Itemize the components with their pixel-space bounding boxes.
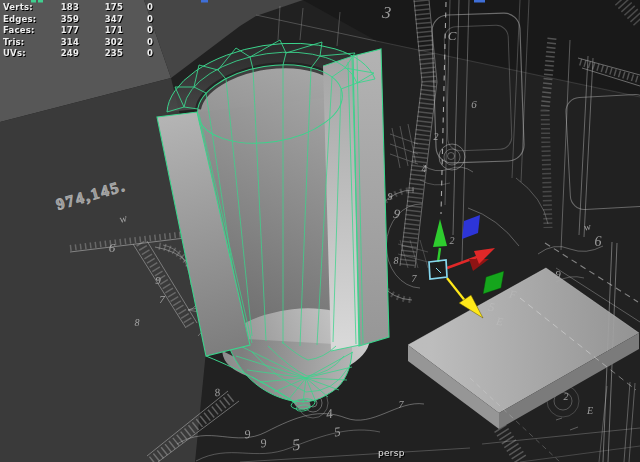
hud-row: Verts:1831750 <box>3 2 163 14</box>
hud-label: Verts: <box>3 2 45 14</box>
hud-row: Edges:3593470 <box>3 14 163 26</box>
hud-row: UVs:2492350 <box>3 48 163 60</box>
hud-value: 249 <box>45 48 79 60</box>
hud-value: 175 <box>79 2 123 14</box>
hud-row: Faces:1771710 <box>3 25 163 37</box>
patent-annotation: 9 <box>155 274 161 286</box>
hud-value: 347 <box>79 14 123 26</box>
hud-value: 0 <box>123 25 153 37</box>
camera-label: persp <box>378 448 405 458</box>
patent-annotation: 7 <box>159 293 165 305</box>
patent-annotation: 9 <box>388 191 393 202</box>
patent-annotation: 6 <box>109 240 116 255</box>
patent-annotation: 6 <box>595 234 602 249</box>
hud-value: 0 <box>123 37 153 49</box>
patent-annotation: 8 <box>135 317 140 328</box>
patent-annotation: 6 <box>471 98 477 110</box>
hud-label: Edges: <box>3 14 45 26</box>
hud-value: 177 <box>45 25 79 37</box>
hud-value: 314 <box>45 37 79 49</box>
center-handle[interactable] <box>429 260 447 279</box>
hud-label: UVs: <box>3 48 45 60</box>
hud-value: 0 <box>123 48 153 60</box>
hud-label: Faces: <box>3 25 45 37</box>
patent-annotation: E <box>586 405 593 416</box>
poly-count-hud: Verts:1831750Edges:3593470Faces:1771710T… <box>3 2 163 60</box>
hud-value: 235 <box>79 48 123 60</box>
patent-annotation: 4 <box>422 163 427 174</box>
patent-annotation: 2 <box>434 131 439 142</box>
patent-annotation: 2 <box>450 235 455 246</box>
hud-row: Tris:3143020 <box>3 37 163 49</box>
hud-value: 302 <box>79 37 123 49</box>
patent-annotation: 8 <box>394 255 399 266</box>
top-edge-blue-mark <box>201 0 208 3</box>
hud-value: 183 <box>45 2 79 14</box>
hud-label: Tris: <box>3 37 45 49</box>
maya-viewport[interactable]: 974,145. 3C62499827w697889945579F5Ew62E <box>0 0 640 462</box>
hud-value: 171 <box>79 25 123 37</box>
patent-annotation: 2 <box>564 391 569 402</box>
patent-annotation: C <box>448 28 457 43</box>
hud-value: 359 <box>45 14 79 26</box>
hud-value: 0 <box>123 14 153 26</box>
scene-canvas: 974,145. 3C62499827w697889945579F5Ew62E <box>0 0 640 462</box>
hud-value: 0 <box>123 2 153 14</box>
